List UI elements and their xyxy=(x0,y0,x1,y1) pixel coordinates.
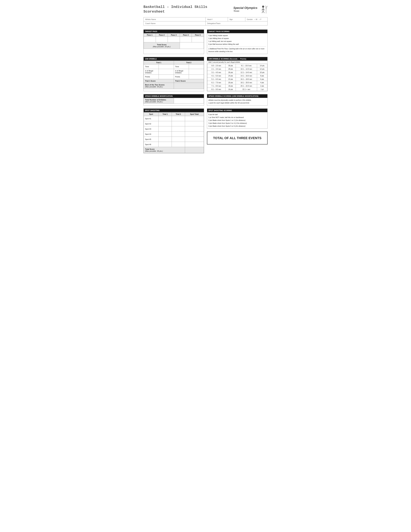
heat-label: Heat # xyxy=(206,17,228,21)
spot6-total[interactable] xyxy=(185,142,204,147)
spot-total-value[interactable] xyxy=(185,147,204,153)
spot5-total[interactable] xyxy=(185,137,204,142)
speed-dribble-scoring-section: SPEED DRIBBLE SCORING (10M DRIBBLE MODIF… xyxy=(207,94,268,106)
gender-m-radio[interactable]: ○ xyxy=(254,18,255,20)
spot1-trial1[interactable] xyxy=(159,116,172,121)
points-label1: Points xyxy=(144,75,159,79)
pass3-value[interactable] xyxy=(168,37,180,42)
table-row: 2.1 – 3.0 sec 28 pts 10.1 – 12.0 sec 12 … xyxy=(207,67,267,71)
spot3-total[interactable] xyxy=(185,126,204,132)
title-line2: Scoresheet xyxy=(143,10,207,14)
spot-shooting-row: SPOT SHOOTING Spot Trial 1 Trial 2 Spot … xyxy=(143,108,268,153)
total-col-header: Spot Total xyxy=(185,112,204,116)
scoring-note: 1 Additional Point Per Pass: Catching ba… xyxy=(208,47,266,53)
spot5-trial2[interactable] xyxy=(172,137,185,142)
spot6-trial2[interactable] xyxy=(172,142,185,147)
spot4-trial1[interactable] xyxy=(159,132,172,137)
dribble-table: Trial 1 Trial 2 Time Time # of Illegal D… xyxy=(144,61,204,89)
time-label1: Time xyxy=(144,64,159,69)
speed-dribble-section: SPEED DRIBBLE MODIFICATION Total Number … xyxy=(143,94,204,106)
points-label2: Points xyxy=(174,75,189,79)
target-total-value[interactable] xyxy=(180,42,204,49)
scoring-line3: 1 pt Hitting wall, but not square xyxy=(208,40,266,43)
title-line1: Basketball - Individual Skills xyxy=(143,5,207,10)
spot6-trial1[interactable] xyxy=(159,142,172,147)
pass5-value[interactable] xyxy=(192,37,204,42)
time-value1[interactable] xyxy=(159,64,174,69)
pass4-value[interactable] xyxy=(180,37,192,42)
logo-sub: Texas xyxy=(234,10,257,12)
speed-dribble-scoring-header: SPEED DRIBBLE SCORING (10M DRIBBLE MODIF… xyxy=(207,94,267,98)
table-row: Spot #5 xyxy=(144,137,204,142)
table-row: Spot #3 xyxy=(144,126,204,132)
speed-table: Total Number of Dribbles (Max possible: … xyxy=(144,98,204,104)
spot-scoring-line4: 3 pts Made shots from Spots 3 or 4 (1.5m… xyxy=(208,122,266,125)
svg-point-0 xyxy=(262,6,264,8)
spot-right-column: SPOT SHOOTING SCORING 0 pts Air ball 1 p… xyxy=(207,108,268,153)
athlete-info-table: Athlete Name Heat # Age Gender ○ M ○ F C… xyxy=(143,17,268,26)
page-header: Basketball - Individual Skills Scoreshee… xyxy=(143,5,268,14)
scoring-line4: 0 pts Ball bounces before hitting the wa… xyxy=(208,43,266,46)
dribble-scoring-section: 10M DRIBBLE SCORING (Seconds → Points) A… xyxy=(207,57,268,91)
spot2-total[interactable] xyxy=(185,121,204,126)
table-row: Spot #2 xyxy=(144,121,204,126)
dribble-scoring-note: Add 1 second penalty for each illegal dr… xyxy=(207,61,267,64)
table-row: 3.1 – 4.0 sec 26 pts 12.1 – 14.0 sec 10 … xyxy=(207,71,267,74)
logo-section: Special Olympics Texas xyxy=(234,5,268,14)
speed-total-value[interactable] xyxy=(174,98,204,104)
illegal-value2[interactable] xyxy=(189,69,204,75)
spot3-trial2[interactable] xyxy=(172,126,185,132)
dribble-scoring-header: 10M DRIBBLE SCORING (Seconds → Points) xyxy=(207,57,267,61)
spot2-trial2[interactable] xyxy=(172,121,185,126)
table-row: Spot #1 xyxy=(144,116,204,121)
table-row: 8.1 – 9.0 sec 16 pts 22.1 + sec 1 pt xyxy=(207,87,267,91)
pass2-header: Pass 2 xyxy=(156,33,168,37)
page-title: Basketball - Individual Skills Scoreshee… xyxy=(143,5,207,14)
svg-line-4 xyxy=(262,11,263,13)
spot-table: Spot Trial 1 Trial 2 Spot Total Spot #1 … xyxy=(144,112,204,153)
special-olympics-icon xyxy=(259,5,268,14)
table-row: Spot #4 xyxy=(144,132,204,137)
total-all-events-label: TOTAL OF ALL THREE EVENTS xyxy=(213,136,262,140)
spot4-trial2[interactable] xyxy=(172,132,185,137)
spot-scoring-line1: 0 pts Air ball xyxy=(208,113,266,116)
gender-f-radio[interactable]: ○ xyxy=(259,18,260,20)
best-score-value[interactable] xyxy=(174,83,204,89)
target-pass-scoring-section: TARGET PASS SCORING 3 pts Hitting inside… xyxy=(207,29,268,54)
points-value2[interactable] xyxy=(189,75,204,79)
table-row: Spot #6 xyxy=(144,142,204,147)
spot1-trial2[interactable] xyxy=(172,116,185,121)
table-row: 6.1 – 7.0 sec 20 pts 18.1 – 20.0 sec 4 p… xyxy=(207,81,267,84)
target-pass-table: Pass 1 Pass 2 Pass 3 Pass 4 Pass 5 Total… xyxy=(144,33,204,49)
speed-total-label: Total Number of Dribbles (Max possible: … xyxy=(144,98,174,104)
speed-dribble-header: SPEED DRIBBLE MODIFICATION xyxy=(144,94,204,98)
time-value2[interactable] xyxy=(189,64,204,69)
spot5-trial1[interactable] xyxy=(159,137,172,142)
scoring-line1: 3 pts Hitting inside square xyxy=(208,34,266,37)
pass2-value[interactable] xyxy=(156,37,168,42)
total-all-events-box[interactable]: TOTAL OF ALL THREE EVENTS xyxy=(207,132,268,144)
time-label2: Time xyxy=(174,64,189,69)
spot3-trial1[interactable] xyxy=(159,126,172,132)
spot-scoring-line3: 2 pts Made shots from Spots 1 or 2 (1m d… xyxy=(208,119,266,122)
pass3-header: Pass 3 xyxy=(168,33,180,37)
pass1-value[interactable] xyxy=(144,37,156,42)
spot-shooting-header: SPOT SHOOTING xyxy=(144,109,204,112)
trial2-col-header: Trial 2 xyxy=(172,112,185,116)
dribble-section: 10M DRIBBLE Trial 1 Trial 2 Time Time # … xyxy=(143,57,204,91)
table-row: 7.1 – 8.0 sec 18 pts 20.1 – 22.0 sec 2 p… xyxy=(207,84,267,87)
spot4-total[interactable] xyxy=(185,132,204,137)
points-value1[interactable] xyxy=(159,75,174,79)
dribble-header: 10M DRIBBLE xyxy=(144,57,204,61)
speed-scoring-line1: Athlete must be physically unable to per… xyxy=(208,99,266,102)
speed-dribble-row: SPEED DRIBBLE MODIFICATION Total Number … xyxy=(143,94,268,106)
age-label: Age xyxy=(228,17,245,21)
pass5-header: Pass 5 xyxy=(192,33,204,37)
illegal-value1[interactable] xyxy=(159,69,174,75)
table-row: 0.0 – 2.0 sec 30 pts 9.1 – 10.0 sec 14 p… xyxy=(207,64,267,67)
spot1-total[interactable] xyxy=(185,116,204,121)
spot2-trial1[interactable] xyxy=(159,121,172,126)
table-row: 5.1 – 6.0 sec 22 pts 16.1 – 18.0 sec 6 p… xyxy=(207,77,267,81)
spot-shooting-section: SPOT SHOOTING Spot Trial 1 Trial 2 Spot … xyxy=(143,108,204,153)
target-pass-section: TARGET PASS Pass 1 Pass 2 Pass 3 Pass 4 … xyxy=(143,29,204,54)
